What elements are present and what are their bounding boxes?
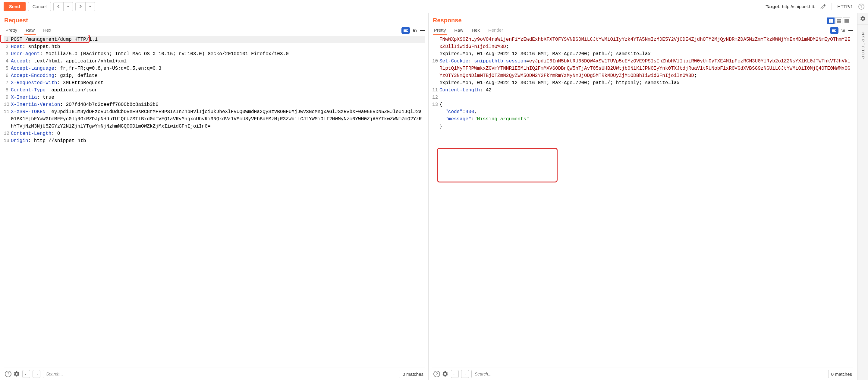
response-title: Response <box>432 16 462 26</box>
layout-stacked-icon[interactable] <box>835 18 842 24</box>
response-pane: Response Pretty Raw Hex Render \n <box>429 13 857 380</box>
gear-icon[interactable] <box>860 16 866 22</box>
history-back-dropdown[interactable] <box>64 2 73 11</box>
search-matches: 0 matches <box>831 372 852 377</box>
tab-pretty[interactable]: Pretty <box>433 26 447 35</box>
layout-single-icon[interactable] <box>843 18 850 24</box>
history-back-group <box>53 2 73 11</box>
actions-icon[interactable] <box>830 27 838 34</box>
svg-rect-2 <box>404 31 408 32</box>
search-input[interactable] <box>471 370 829 378</box>
search-help-icon[interactable]: ? <box>433 371 440 377</box>
search-settings-icon[interactable] <box>442 371 448 377</box>
tab-render[interactable]: Render <box>487 26 504 35</box>
tab-hex[interactable]: Hex <box>470 26 481 35</box>
history-back-button[interactable] <box>54 2 64 11</box>
svg-rect-0 <box>404 29 408 30</box>
tab-hex[interactable]: Hex <box>42 26 53 35</box>
menu-icon[interactable] <box>848 29 853 32</box>
cancel-button[interactable]: Cancel <box>28 2 51 11</box>
search-matches: 0 matches <box>403 372 424 377</box>
history-fwd-dropdown[interactable] <box>86 2 95 11</box>
tab-pretty[interactable]: Pretty <box>4 26 19 35</box>
search-next-button[interactable]: → <box>461 370 469 378</box>
svg-rect-4 <box>831 19 833 23</box>
search-prev-button[interactable]: ← <box>451 370 459 378</box>
help-icon[interactable]: ? <box>858 4 864 10</box>
send-button[interactable]: Send <box>4 2 26 11</box>
svg-rect-9 <box>832 30 835 31</box>
newline-toggle-icon[interactable]: \n <box>413 28 417 33</box>
http-version[interactable]: HTTP/1 <box>837 4 853 9</box>
response-editor[interactable]: FNwWXpXS0ZnLy9oV04raW1jenFiYzEwdExhbXFXT… <box>432 35 853 368</box>
inspector-label[interactable]: INSPECTOR <box>861 30 865 60</box>
svg-rect-3 <box>829 19 831 23</box>
top-toolbar: Send Cancel Target: http://snippet.htb H… <box>0 0 868 13</box>
search-next-button[interactable]: → <box>33 370 40 378</box>
svg-rect-1 <box>404 30 407 31</box>
search-input[interactable] <box>43 370 400 378</box>
search-settings-icon[interactable] <box>13 371 20 377</box>
edit-target-icon[interactable] <box>820 4 826 10</box>
request-title: Request <box>4 16 425 26</box>
svg-rect-7 <box>844 19 849 23</box>
tab-raw[interactable]: Raw <box>453 26 464 35</box>
svg-rect-8 <box>832 29 836 30</box>
newline-toggle-icon[interactable]: \n <box>841 28 845 33</box>
search-prev-button[interactable]: ← <box>22 370 30 378</box>
history-fwd-group <box>75 2 95 11</box>
inspector-sidebar[interactable]: INSPECTOR <box>857 13 868 380</box>
layout-split-icon[interactable] <box>827 18 835 24</box>
search-help-icon[interactable]: ? <box>5 371 11 377</box>
svg-rect-6 <box>837 21 841 23</box>
svg-rect-5 <box>837 19 841 21</box>
svg-rect-10 <box>832 31 836 32</box>
response-search-bar: ? ← → 0 matches <box>432 368 853 380</box>
request-editor[interactable]: 1POST /management/dump HTTP/1.12Host: sn… <box>4 35 425 368</box>
request-pane: Request Pretty Raw Hex \n 1POST /managem… <box>0 13 429 380</box>
tab-raw[interactable]: Raw <box>24 26 36 35</box>
request-search-bar: ? ← → 0 matches <box>4 368 425 380</box>
actions-icon[interactable] <box>401 27 410 34</box>
target-label: Target: http://snippet.htb <box>766 4 815 9</box>
history-fwd-button[interactable] <box>76 2 86 11</box>
menu-icon[interactable] <box>420 29 425 32</box>
